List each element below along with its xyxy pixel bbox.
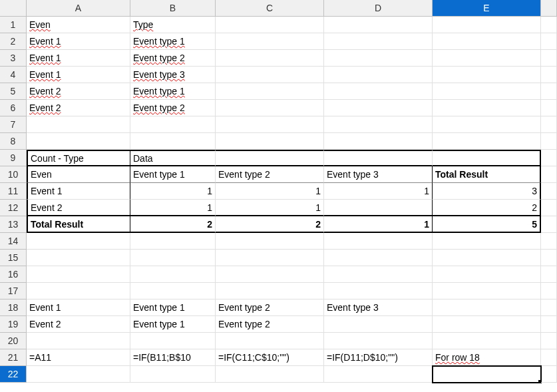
cell-C3[interactable] [216, 50, 324, 67]
cell-C17[interactable] [216, 283, 324, 299]
cell-D16[interactable] [324, 266, 433, 283]
cell-C16[interactable] [216, 266, 324, 283]
cell-C1[interactable] [216, 17, 324, 33]
row-header-9[interactable]: 9 [0, 150, 27, 166]
cell-E1[interactable] [433, 17, 541, 33]
row-header-4[interactable]: 4 [0, 67, 27, 83]
cell-D18[interactable]: Event type 3 [324, 299, 433, 316]
cell-C15[interactable] [216, 250, 324, 266]
cell-A15[interactable] [27, 250, 130, 266]
cell-14[interactable] [541, 233, 557, 250]
spreadsheet-grid[interactable]: ABCDE1EvenType2Event 1Event type 13Event… [0, 0, 557, 392]
row-header-20[interactable]: 20 [0, 333, 27, 349]
cell-C9[interactable] [216, 150, 324, 166]
cell-B14[interactable] [130, 233, 216, 250]
cell-E22[interactable] [433, 366, 541, 383]
cell-E9[interactable] [433, 150, 541, 166]
cell-16[interactable] [541, 266, 557, 283]
row-header-18[interactable]: 18 [0, 299, 27, 316]
cell-A4[interactable]: Event 1 [27, 67, 130, 83]
cell-C19[interactable]: Event type 2 [216, 316, 324, 333]
row-header-12[interactable]: 12 [0, 200, 27, 216]
cell-B5[interactable]: Event type 1 [130, 83, 216, 100]
cell-E2[interactable] [433, 33, 541, 50]
cell-D9[interactable] [324, 150, 433, 166]
cell-A18[interactable]: Event 1 [27, 299, 130, 316]
cell-C7[interactable] [216, 116, 324, 133]
cell-B2[interactable]: Event type 1 [130, 33, 216, 50]
cell-A22[interactable] [27, 366, 130, 383]
row-header-13[interactable]: 13 [0, 216, 27, 233]
cell-C2[interactable] [216, 33, 324, 50]
cell-A8[interactable] [27, 133, 130, 150]
cell-D8[interactable] [324, 133, 433, 150]
cell-D7[interactable] [324, 116, 433, 133]
cell-A13[interactable]: Total Result [27, 216, 130, 233]
cell-D6[interactable] [324, 100, 433, 116]
col-header-A[interactable]: A [27, 0, 130, 17]
cell-B11[interactable]: 1 [130, 183, 216, 200]
cell-C11[interactable]: 1 [216, 183, 324, 200]
cell-B8[interactable] [130, 133, 216, 150]
cell-B17[interactable] [130, 283, 216, 299]
cell-A20[interactable] [27, 333, 130, 349]
cell-A9[interactable]: Count - Type [27, 150, 130, 166]
cell-10[interactable] [541, 166, 557, 183]
cell-E16[interactable] [433, 266, 541, 283]
cell-B16[interactable] [130, 266, 216, 283]
cell-E19[interactable] [433, 316, 541, 333]
cell-5[interactable] [541, 83, 557, 100]
col-header-C[interactable]: C [216, 0, 324, 17]
cell-7[interactable] [541, 116, 557, 133]
cell-20[interactable] [541, 333, 557, 349]
cell-A16[interactable] [27, 266, 130, 283]
cell-B10[interactable]: Event type 1 [130, 166, 216, 183]
cell-C21[interactable]: =IF(C11;C$10;"") [216, 349, 324, 366]
cell-B1[interactable]: Type [130, 17, 216, 33]
cell-E4[interactable] [433, 67, 541, 83]
row-header-10[interactable]: 10 [0, 166, 27, 183]
cell-C4[interactable] [216, 67, 324, 83]
row-header-19[interactable]: 19 [0, 316, 27, 333]
cell-17[interactable] [541, 283, 557, 299]
cell-B19[interactable]: Event type 1 [130, 316, 216, 333]
row-header-5[interactable]: 5 [0, 83, 27, 100]
cell-A1[interactable]: Even [27, 17, 130, 33]
cell-D4[interactable] [324, 67, 433, 83]
row-header-6[interactable]: 6 [0, 100, 27, 116]
cell-C12[interactable]: 1 [216, 200, 324, 216]
cell-C18[interactable]: Event type 2 [216, 299, 324, 316]
cell-12[interactable] [541, 200, 557, 216]
cell-C10[interactable]: Event type 2 [216, 166, 324, 183]
row-header-7[interactable]: 7 [0, 116, 27, 133]
row-header-2[interactable]: 2 [0, 33, 27, 50]
cell-D11[interactable]: 1 [324, 183, 433, 200]
cell-6[interactable] [541, 100, 557, 116]
cell-13[interactable] [541, 216, 557, 233]
cell-D19[interactable] [324, 316, 433, 333]
cell-D2[interactable] [324, 33, 433, 50]
cell-15[interactable] [541, 250, 557, 266]
cell-E7[interactable] [433, 116, 541, 133]
cell-A5[interactable]: Event 2 [27, 83, 130, 100]
cell-E3[interactable] [433, 50, 541, 67]
cell-E14[interactable] [433, 233, 541, 250]
cell-18[interactable] [541, 299, 557, 316]
row-header-21[interactable]: 21 [0, 349, 27, 366]
cell-D13[interactable]: 1 [324, 216, 433, 233]
cell-2[interactable] [541, 33, 557, 50]
cell-C22[interactable] [216, 366, 324, 383]
cell-E17[interactable] [433, 283, 541, 299]
cell-E21[interactable]: For row 18 [433, 349, 541, 366]
cell-B13[interactable]: 2 [130, 216, 216, 233]
cell-8[interactable] [541, 133, 557, 150]
cell-A17[interactable] [27, 283, 130, 299]
cell-E11[interactable]: 3 [433, 183, 541, 200]
cell-4[interactable] [541, 67, 557, 83]
cell-A12[interactable]: Event 2 [27, 200, 130, 216]
cell-D5[interactable] [324, 83, 433, 100]
row-header-17[interactable]: 17 [0, 283, 27, 299]
cell-3[interactable] [541, 50, 557, 67]
cell-D14[interactable] [324, 233, 433, 250]
cell-B3[interactable]: Event type 2 [130, 50, 216, 67]
